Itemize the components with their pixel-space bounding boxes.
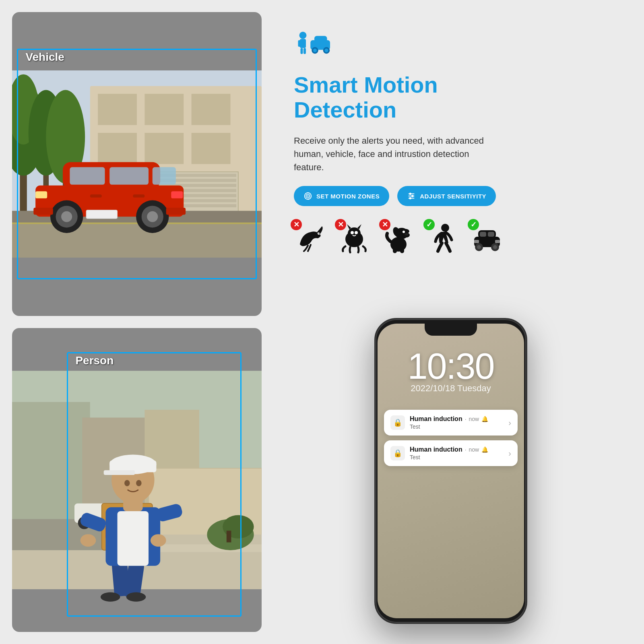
svg-point-120 [441, 224, 449, 232]
svg-point-128 [493, 245, 497, 249]
phone-notch [425, 324, 477, 336]
svg-rect-119 [400, 244, 404, 253]
svg-point-109 [351, 231, 354, 234]
detection-icon-human: ✓ [427, 222, 459, 254]
svg-point-106 [348, 227, 361, 239]
feature-description: Receive only the alerts you need, with a… [294, 134, 495, 174]
title-line2: Detection [294, 97, 396, 122]
notif-chevron-1[interactable]: › [508, 418, 511, 427]
svg-point-101 [411, 195, 414, 197]
svg-point-91 [313, 49, 317, 52]
buttons-row: SET MOTION ZONES ADJUST SENSITIYITY [294, 186, 608, 206]
phone-notifications: 🔒 Human induction · now 🔔 Test › [378, 402, 524, 474]
person-camera-frame: FRAGIL ↑ [12, 328, 262, 632]
phone-clock: 10:30 [378, 346, 524, 387]
svg-point-93 [325, 49, 328, 52]
svg-point-126 [477, 245, 481, 249]
hero-icon-area [294, 28, 608, 56]
svg-rect-129 [474, 240, 479, 243]
detection-icon-dog: ✕ [382, 222, 415, 254]
dog-badge: ✕ [379, 219, 390, 230]
detection-icon-car: ✓ [471, 222, 503, 254]
set-motion-zones-button[interactable]: SET MOTION ZONES [294, 186, 389, 206]
notification-card-1[interactable]: 🔒 Human induction · now 🔔 Test › [384, 410, 518, 436]
title-line1: Smart Motion [294, 72, 438, 97]
svg-point-102 [409, 197, 412, 200]
svg-point-110 [355, 231, 358, 234]
left-column: Vehicle [12, 12, 270, 632]
human-badge: ✓ [423, 219, 435, 230]
notif-content-1: Human induction · now 🔔 Test [410, 415, 504, 430]
notif-icon-1: 🔒 [390, 415, 405, 430]
motion-zones-icon [303, 192, 312, 200]
notif-subtitle-1: Test [410, 423, 504, 430]
notif-subtitle-2: Test [410, 454, 504, 460]
notif-title-2: Human induction · now 🔔 [410, 446, 504, 453]
phone-screen: 10:30 2022/10/18 Tuesday 🔒 Human inducti… [378, 324, 524, 618]
feature-panel: Smart Motion Detection Receive only the … [270, 12, 632, 310]
vehicle-detection-label: Vehicle [22, 49, 68, 65]
feature-title: Smart Motion Detection [294, 72, 608, 122]
notif-icon-2: 🔒 [390, 446, 405, 460]
notif-time-2: now [469, 446, 479, 453]
svg-rect-84 [301, 48, 303, 54]
bird-badge: ✕ [291, 219, 302, 230]
person-detection-box: Person [67, 352, 242, 617]
notif-chevron-2[interactable]: › [508, 449, 511, 458]
svg-point-82 [299, 32, 307, 39]
zones-button-label: SET MOTION ZONES [316, 193, 380, 200]
notif-content-2: Human induction · now 🔔 Test [410, 446, 504, 460]
notif-time-1: now [469, 416, 479, 422]
detection-icon-bird: ✕ [294, 222, 326, 254]
notif-title-text-1: Human induction [410, 415, 462, 423]
cat-badge: ✕ [335, 219, 346, 230]
sensitivity-button-label: ADJUST SENSITIYITY [420, 193, 486, 200]
svg-point-104 [319, 233, 320, 234]
svg-rect-123 [480, 232, 486, 237]
phone-wrapper: 10:30 2022/10/18 Tuesday 🔒 Human inducti… [374, 318, 527, 624]
adjust-sensitivity-button[interactable]: ADJUST SENSITIYITY [397, 186, 496, 206]
notification-card-2[interactable]: 🔒 Human induction · now 🔔 Test › [384, 440, 518, 466]
svg-rect-118 [393, 244, 397, 253]
person-detection-label: Person [72, 353, 117, 369]
svg-point-115 [402, 231, 405, 233]
svg-rect-87 [302, 40, 305, 47]
car-badge: ✓ [468, 219, 479, 230]
svg-rect-86 [298, 40, 301, 47]
notif-bell-1: 🔔 [481, 416, 488, 422]
svg-rect-130 [495, 240, 500, 243]
notif-title-1: Human induction · now 🔔 [410, 415, 504, 423]
notif-separator-2: · [465, 446, 466, 453]
detection-icons-row: ✕ ✕ [294, 222, 608, 254]
svg-point-117 [405, 233, 409, 235]
phone-section: 10:30 2022/10/18 Tuesday 🔒 Human inducti… [270, 310, 632, 632]
sensitivity-icon [407, 192, 416, 200]
detection-icon-cat: ✕ [338, 222, 370, 254]
svg-rect-85 [303, 48, 306, 54]
notif-bell-2: 🔔 [481, 446, 488, 453]
svg-point-96 [307, 195, 309, 197]
main-layout: Vehicle [0, 0, 644, 644]
vehicle-detection-box: Vehicle [17, 49, 256, 280]
phone-date: 2022/10/18 Tuesday [378, 383, 524, 394]
svg-rect-124 [488, 232, 494, 237]
vehicle-camera-frame: Vehicle [12, 12, 262, 316]
hero-svg-icon [294, 28, 330, 56]
svg-point-100 [409, 193, 412, 195]
notif-separator-1: · [465, 416, 466, 422]
notif-title-text-2: Human induction [410, 446, 462, 453]
svg-rect-89 [314, 36, 327, 42]
